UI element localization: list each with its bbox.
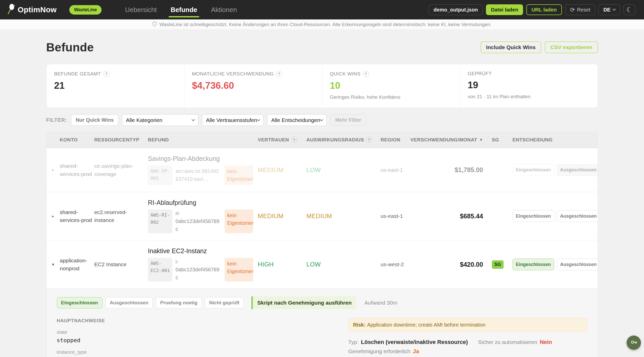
help-icon[interactable]: ? xyxy=(363,71,369,77)
reset-icon: ⟳ xyxy=(570,7,575,13)
col-ressourcentyp[interactable]: RESSOURCENTYP xyxy=(94,137,148,143)
key-icon xyxy=(630,339,637,347)
include-decision-button[interactable]: Eingeschlossen xyxy=(513,164,554,176)
stats-card: BEFUNDE GESAMT ? 21 MONATLICHE VERSCHWEN… xyxy=(46,64,598,108)
col-sg[interactable]: SG xyxy=(487,137,511,143)
include-decision-button[interactable]: Eingeschlossen xyxy=(513,210,554,222)
stat-subtext: von 21 · 11 im Plan enthalten xyxy=(468,94,590,99)
row-resource-type: ce.savings-plan-coverage xyxy=(94,162,140,178)
reset-button[interactable]: ⟳ Reset xyxy=(565,4,595,15)
confidence-value: MEDIUM xyxy=(258,166,283,174)
export-csv-button[interactable]: CSV exportieren xyxy=(545,41,598,53)
table-header: KONTO RESSOURCENTYP BEFUND VERTRAUEN ? A… xyxy=(47,132,598,148)
chevron-down-icon xyxy=(320,118,324,121)
rule-id-chip: AWS-SP-002 xyxy=(148,165,172,185)
waste-amount: $685.44 xyxy=(410,213,483,220)
col-befund[interactable]: BEFUND xyxy=(148,137,258,143)
row-finding-title: Inaktive EC2-Instanz xyxy=(148,247,258,255)
help-icon[interactable]: ? xyxy=(103,71,109,77)
detail-unreviewed-button[interactable]: Nicht geprüft xyxy=(205,297,244,308)
detail-review-button[interactable]: Pruefung noetig xyxy=(156,297,202,308)
decision-cell: Eingeschlossen Ausgeschlossen Pruefung n… xyxy=(511,164,598,176)
stat-reviewed: GEPRÜFT 19 von 21 · 11 im Plan enthalten xyxy=(460,64,598,108)
confidence-select[interactable]: Alle Vertrauensstufen xyxy=(202,114,263,126)
risk-text: Application downtime; create AMI before … xyxy=(367,322,485,328)
reset-label: Reset xyxy=(577,7,590,13)
stat-value: $4,736.60 xyxy=(192,80,314,91)
resource-id: i-0abc123def456789c xyxy=(175,258,221,282)
exclude-decision-button[interactable]: Ausgeschlossen xyxy=(557,164,598,176)
stat-label: BEFUNDE GESAMT xyxy=(54,71,101,77)
expand-caret-icon[interactable]: ▸ xyxy=(47,214,60,219)
col-auswirkungsradius[interactable]: AUSWIRKUNGSRADIUS ? xyxy=(306,137,381,143)
col-vertrauen[interactable]: VERTRAUEN ? xyxy=(258,137,306,143)
category-select[interactable]: Alle Kategorien xyxy=(122,114,198,126)
table-row[interactable]: ▸ shared-services-prod ec2.reserved-inst… xyxy=(47,192,598,240)
floating-action-button[interactable] xyxy=(627,336,641,350)
row-finding-title: RI-Ablaufprüfung xyxy=(148,199,258,206)
exclude-decision-button[interactable]: Ausgeschlossen xyxy=(557,210,598,222)
detail-include-button[interactable]: Eingeschlossen xyxy=(57,297,103,308)
include-quick-wins-button[interactable]: Include Quick Wins xyxy=(481,41,541,53)
type-value: Löschen (verwaiste/inaktive Ressource) xyxy=(361,339,468,345)
shield-icon xyxy=(152,21,157,28)
table-row[interactable]: ▸ shared-services-prod ce.savings-plan-c… xyxy=(47,148,598,192)
theme-toggle-button[interactable]: ☾ xyxy=(624,4,635,15)
row-finding-title: Savings-Plan-Abdeckung xyxy=(148,155,258,162)
page-title: Befunde xyxy=(46,40,94,54)
language-label: DE xyxy=(603,7,610,13)
col-region[interactable]: REGION xyxy=(381,137,410,143)
col-entscheidung[interactable]: ENTSCHEIDUNG xyxy=(511,137,598,143)
more-filters-button[interactable]: Mehr Filter xyxy=(330,115,366,126)
type-label: Typ: xyxy=(348,339,359,345)
help-icon[interactable]: ? xyxy=(276,71,282,77)
region-value: us-east-1 xyxy=(381,212,404,220)
load-url-button[interactable]: URL laden xyxy=(526,4,562,15)
col-konto[interactable]: KONTO xyxy=(60,137,94,143)
blast-radius-value: LOW xyxy=(306,261,321,268)
tab-aktionen[interactable]: Aktionen xyxy=(211,0,237,19)
help-icon[interactable]: ? xyxy=(291,137,297,143)
help-icon[interactable]: ? xyxy=(366,137,372,143)
tab-befunde[interactable]: Befunde xyxy=(171,0,197,19)
decision-select[interactable]: Alle Entscheidungen xyxy=(267,114,327,126)
collapse-caret-icon[interactable]: ▾ xyxy=(47,262,60,267)
rule-id-chip: AWS-EC2-001 xyxy=(148,258,172,282)
blast-radius-value: LOW xyxy=(306,166,321,174)
row-resource-type: EC2 Instance xyxy=(94,260,126,269)
chevron-down-icon xyxy=(613,7,616,11)
sg-badge: SG xyxy=(492,260,504,269)
col-label: VERTRAUEN xyxy=(258,137,289,143)
table-row-expanded[interactable]: ▾ application-nonprod EC2 Instance Inakt… xyxy=(47,240,598,288)
tab-uebersicht[interactable]: Uebersicht xyxy=(125,0,157,19)
rule-id-chip: AWS-RI-002 xyxy=(148,209,172,233)
region-value: us-east-1 xyxy=(381,166,404,174)
language-select[interactable]: DE xyxy=(598,4,620,15)
notice-text: WasteLine ist schreibgeschützt. Keine Än… xyxy=(159,22,491,27)
confidence-value: MEDIUM xyxy=(258,213,283,220)
col-label: AUSWIRKUNGSRADIUS xyxy=(306,137,364,143)
exclude-decision-button[interactable]: Ausgeschlossen xyxy=(557,259,598,270)
effort-estimate: Aufwand 30m xyxy=(364,300,397,306)
brand: OptimNow xyxy=(7,3,57,16)
load-file-button[interactable]: Datei laden xyxy=(486,4,523,15)
chevron-down-icon xyxy=(192,118,195,121)
detail-exclude-button[interactable]: Ausgeschlossen xyxy=(105,297,153,308)
header-actions: demo_output.json Datei laden URL laden ⟳… xyxy=(429,4,635,15)
row-konto: shared-services-prod xyxy=(60,208,94,224)
loaded-file-chip: demo_output.json xyxy=(429,4,483,15)
waste-amount: $420.00 xyxy=(410,261,483,268)
stat-label: MONATLICHE VERSCHWENDUNG xyxy=(192,71,274,77)
include-decision-button[interactable]: Eingeschlossen xyxy=(513,259,554,270)
decision-toolbar: Eingeschlossen Ausgeschlossen Pruefung n… xyxy=(57,296,587,309)
decision-cell: Eingeschlossen Ausgeschlossen Pruefung n… xyxy=(511,259,598,270)
col-verschwendung-monat[interactable]: VERSCHWENDUNG/MONAT ▼ xyxy=(410,137,487,143)
blast-radius-value: MEDIUM xyxy=(306,213,332,220)
quick-wins-only-button[interactable]: Nur Quick Wins xyxy=(71,115,118,126)
expand-caret-icon[interactable]: ▸ xyxy=(47,167,60,173)
filter-label: FILTER: xyxy=(46,117,67,123)
stat-label: QUICK WINS xyxy=(330,71,361,77)
product-badge: WasteLine xyxy=(69,5,101,15)
no-owner-badge: kein Eigentümer xyxy=(225,258,253,282)
no-owner-badge: kein Eigentümer xyxy=(225,165,253,185)
